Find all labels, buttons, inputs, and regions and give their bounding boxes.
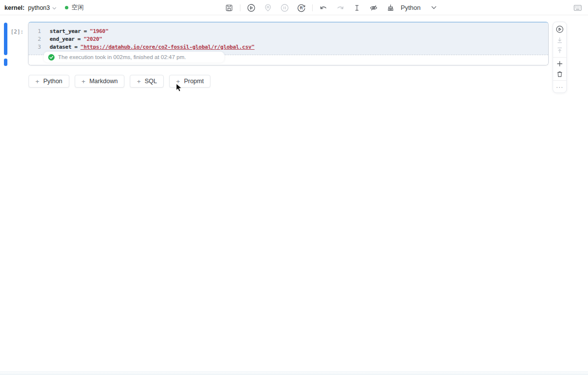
cell-selection-bar-small[interactable] (4, 59, 7, 66)
kernel-status-text: 空闲 (71, 3, 84, 12)
add-markdown-cell-button[interactable]: + Markdown (75, 75, 125, 88)
run-icon[interactable] (246, 0, 256, 15)
line-number: 1 (29, 28, 41, 34)
code-line: 2end_year="2020" (29, 35, 548, 43)
code-token-string-url[interactable]: "https://datahub.io/core/co2-fossil-glob… (81, 44, 255, 50)
toolbar-separator (553, 80, 566, 81)
code-token-variable: dataset (50, 44, 71, 50)
code-cell[interactable]: 1start_year="1960" 2end_year="2020" 3dat… (28, 22, 549, 65)
execution-status-text: The execution took in 002ms, finished at… (58, 54, 186, 60)
code-editor[interactable]: 1start_year="1960" 2end_year="2020" 3dat… (29, 23, 548, 55)
clean-outputs-icon[interactable] (385, 0, 395, 15)
code-token-variable: start_year (50, 28, 81, 34)
add-python-cell-button[interactable]: + Python (29, 75, 69, 88)
delete-cell-icon[interactable] (555, 69, 565, 80)
kernel-selector[interactable]: kernel: python3 空闲 (4, 0, 84, 15)
add-button-label: Python (43, 78, 62, 85)
code-token-operator: = (84, 28, 87, 34)
add-sql-cell-button[interactable]: + SQL (130, 75, 164, 88)
cell-selection-bar[interactable] (4, 23, 7, 55)
top-toolbar: kernel: python3 空闲 (0, 0, 588, 15)
code-line: 3dataset="https://datahub.io/core/co2-fo… (29, 43, 548, 51)
plus-icon: + (137, 78, 141, 85)
code-token-operator: = (78, 36, 81, 42)
undo-icon[interactable] (319, 0, 328, 15)
chevron-down-icon (431, 6, 437, 9)
toolbar-separator (312, 4, 313, 11)
toolbar-center-icons: R (221, 0, 399, 15)
cell-side-toolbar: ··· (553, 22, 567, 93)
hide-output-icon[interactable] (369, 0, 379, 15)
text-cursor-icon[interactable] (352, 0, 362, 15)
code-token-operator: = (74, 44, 77, 50)
code-token-string: "1960" (90, 28, 109, 34)
svg-text:R: R (300, 5, 303, 10)
line-number: 3 (29, 44, 41, 50)
plus-icon: + (35, 78, 39, 85)
kernel-name: python3 (28, 4, 50, 11)
mouse-cursor (176, 83, 182, 93)
locate-icon[interactable] (263, 0, 273, 15)
bottom-edge (0, 372, 588, 375)
language-dropdown[interactable]: Python (396, 0, 439, 15)
code-token-variable: end_year (50, 36, 75, 42)
move-up-icon[interactable] (555, 45, 565, 56)
code-token-string: "2020" (84, 36, 102, 42)
kernel-label: kernel: (4, 4, 25, 11)
chevron-down-icon (52, 4, 57, 11)
plus-icon: + (82, 78, 86, 85)
more-actions-icon[interactable]: ··· (555, 82, 565, 93)
pause-icon[interactable] (280, 0, 290, 15)
redo-icon[interactable] (335, 0, 345, 15)
add-button-label: Markdown (89, 78, 118, 85)
toolbar-separator (240, 4, 240, 11)
add-cell-buttons: + Python + Markdown + SQL + Propmt (29, 75, 210, 88)
success-check-icon (48, 54, 55, 61)
add-button-label: Propmt (184, 78, 204, 85)
execution-status: The execution took in 002ms, finished at… (44, 52, 224, 62)
execution-count: [2]: (8, 29, 24, 35)
run-cell-icon[interactable] (555, 24, 565, 35)
add-cell-icon[interactable] (555, 58, 565, 69)
restart-icon[interactable]: R (296, 0, 306, 15)
add-button-label: SQL (145, 78, 157, 85)
move-down-icon[interactable] (555, 35, 565, 46)
code-line: 1start_year="1960" (29, 27, 548, 35)
save-icon[interactable] (224, 0, 234, 15)
line-number: 2 (29, 36, 41, 42)
language-dropdown-value: Python (401, 4, 420, 11)
toolbar-separator (553, 57, 566, 58)
kernel-status-dot-icon (65, 6, 68, 9)
keyboard-shortcuts-icon[interactable] (571, 0, 584, 15)
